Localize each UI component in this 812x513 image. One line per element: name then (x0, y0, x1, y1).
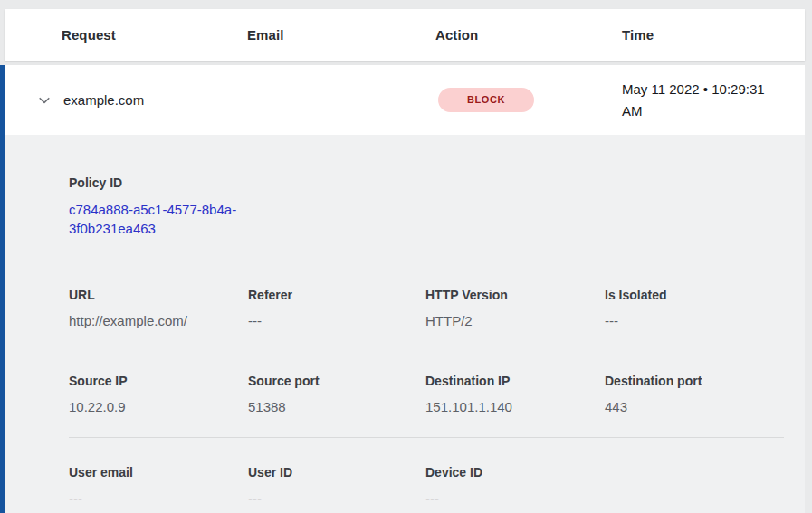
field-destination-ip: Destination IP 151.101.1.140 (425, 372, 605, 416)
field-value: --- (248, 311, 425, 330)
field-referer: Referer --- (248, 286, 425, 330)
field-value: HTTP/2 (425, 311, 605, 330)
detail-row-user: User email --- User ID --- Device ID --- (69, 463, 784, 508)
field-value: --- (69, 489, 248, 508)
policy-id-field: Policy ID c784a888-a5c1-4577-8b4a-3f0b23… (69, 174, 784, 238)
field-label: Destination IP (425, 372, 605, 390)
field-http-version: HTTP Version HTTP/2 (425, 286, 605, 330)
log-detail-panel: Policy ID c784a888-a5c1-4577-8b4a-3f0b23… (5, 135, 805, 513)
request-cell: example.com (5, 92, 247, 108)
policy-id-link[interactable]: c784a888-a5c1-4577-8b4a-3f0b231ea463 (69, 200, 250, 238)
section-divider (69, 261, 784, 261)
field-value: 443 (605, 397, 784, 416)
section-divider (69, 437, 784, 438)
field-label: URL (69, 286, 248, 304)
request-domain: example.com (63, 92, 144, 108)
field-user-id: User ID --- (248, 463, 425, 508)
field-label: Source IP (69, 372, 248, 390)
table-header-row: Request Email Action Time (5, 9, 805, 61)
column-header-action: Action (435, 27, 622, 43)
column-header-email: Email (247, 27, 435, 43)
field-label: User email (69, 463, 248, 481)
chevron-down-icon[interactable] (37, 93, 52, 108)
log-table: Request Email Action Time example.com (0, 0, 805, 513)
detail-row-network: Source IP 10.22.0.9 Source port 51388 De… (69, 372, 784, 416)
field-value: 51388 (248, 397, 425, 416)
table-row[interactable]: example.com BLOCK May 11 2022 • 10:29:31… (5, 65, 805, 135)
field-label: Destination port (605, 372, 784, 390)
column-header-time: Time (622, 27, 805, 43)
field-source-ip: Source IP 10.22.0.9 (69, 372, 248, 416)
field-value: http://example.com/ (69, 311, 248, 330)
field-label: Referer (248, 286, 425, 304)
policy-id-label: Policy ID (69, 174, 784, 192)
column-header-request: Request (5, 27, 247, 43)
field-label: Source port (248, 372, 425, 390)
field-is-isolated: Is Isolated --- (605, 286, 784, 330)
time-cell: May 11 2022 • 10:29:31 AM (622, 79, 783, 122)
status-badge-block: BLOCK (438, 88, 534, 112)
expanded-log-entry: example.com BLOCK May 11 2022 • 10:29:31… (0, 65, 805, 513)
field-source-port: Source port 51388 (248, 372, 425, 416)
field-label: Is Isolated (605, 286, 784, 304)
field-value: 10.22.0.9 (69, 397, 248, 416)
field-destination-port: Destination port 443 (605, 372, 784, 416)
action-cell: BLOCK (435, 88, 622, 112)
field-label: User ID (248, 463, 425, 481)
field-value: --- (248, 489, 425, 508)
field-value: 151.101.1.140 (425, 397, 605, 416)
log-table-page: Request Email Action Time example.com (0, 0, 812, 513)
field-device-id: Device ID --- (425, 463, 605, 508)
field-value: --- (425, 489, 605, 508)
field-label: HTTP Version (425, 286, 605, 304)
field-value: --- (605, 311, 784, 330)
field-url: URL http://example.com/ (69, 286, 248, 330)
field-label: Device ID (425, 463, 605, 481)
field-user-email: User email --- (69, 463, 248, 508)
detail-row-http: URL http://example.com/ Referer --- HTTP… (69, 286, 784, 330)
